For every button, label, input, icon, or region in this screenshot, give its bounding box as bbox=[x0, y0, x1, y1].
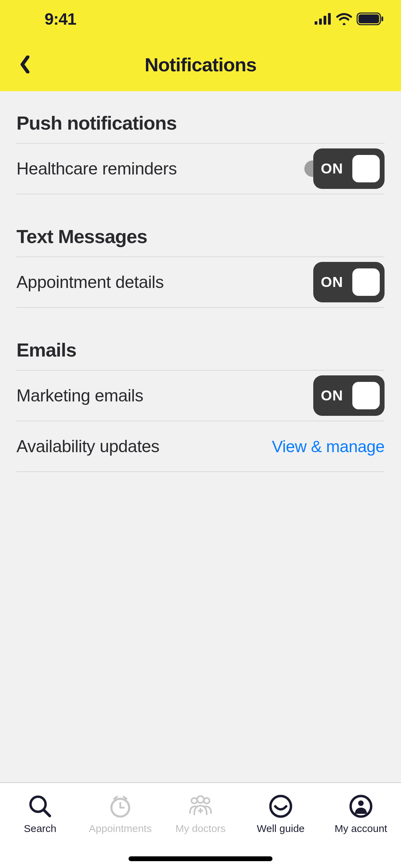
svg-line-12 bbox=[114, 797, 117, 799]
section-title-emails: Emails bbox=[16, 339, 385, 371]
toggle-healthcare-reminders[interactable]: ON bbox=[313, 148, 385, 189]
row-label-healthcare: Healthcare reminders bbox=[16, 159, 177, 179]
tab-label-well-guide: Well guide bbox=[257, 823, 305, 834]
chevron-left-icon bbox=[20, 56, 30, 73]
row-label-appointment: Appointment details bbox=[16, 272, 164, 292]
toggle-wrap-healthcare: ON bbox=[313, 148, 385, 189]
row-healthcare-reminders: Healthcare reminders ON bbox=[16, 144, 385, 194]
clock-icon bbox=[107, 793, 134, 820]
account-icon bbox=[347, 793, 375, 820]
link-view-manage[interactable]: View & manage bbox=[272, 437, 385, 456]
tab-label-search: Search bbox=[24, 823, 56, 834]
toggle-knob bbox=[352, 382, 380, 409]
svg-line-13 bbox=[124, 797, 126, 799]
toggle-state-label: ON bbox=[321, 274, 343, 290]
section-push-notifications: Push notifications Healthcare reminders … bbox=[16, 112, 385, 194]
row-label-availability: Availability updates bbox=[16, 436, 159, 456]
section-text-messages: Text Messages Appointment details ON bbox=[16, 225, 385, 308]
row-label-marketing: Marketing emails bbox=[16, 386, 143, 406]
status-time: 9:41 bbox=[45, 10, 76, 28]
toggle-knob bbox=[352, 155, 380, 182]
tab-bar: Search Appointments bbox=[0, 782, 401, 868]
svg-point-21 bbox=[358, 800, 364, 806]
tab-label-my-account: My account bbox=[335, 823, 387, 834]
wifi-icon bbox=[336, 13, 352, 25]
svg-point-14 bbox=[192, 798, 197, 803]
row-marketing-emails: Marketing emails ON bbox=[16, 371, 385, 421]
svg-point-15 bbox=[204, 798, 209, 803]
tab-label-my-doctors: My doctors bbox=[175, 823, 226, 834]
home-indicator[interactable] bbox=[129, 856, 272, 861]
toggle-wrap-appointment: ON bbox=[313, 262, 385, 302]
battery-icon bbox=[356, 12, 384, 25]
smile-icon bbox=[267, 793, 294, 820]
section-title-push: Push notifications bbox=[16, 112, 385, 144]
section-title-text: Text Messages bbox=[16, 225, 385, 257]
content: Push notifications Healthcare reminders … bbox=[0, 112, 401, 472]
svg-rect-2 bbox=[324, 16, 326, 25]
row-appointment-details: Appointment details ON bbox=[16, 257, 385, 308]
svg-rect-1 bbox=[319, 19, 322, 25]
doctors-icon bbox=[187, 793, 214, 820]
nav-bar: Notifications bbox=[0, 38, 401, 91]
svg-rect-5 bbox=[359, 14, 379, 23]
svg-rect-6 bbox=[381, 16, 383, 21]
row-availability-updates: Availability updates View & manage bbox=[16, 421, 385, 472]
toggle-state-label: ON bbox=[321, 160, 343, 177]
svg-rect-3 bbox=[328, 13, 331, 25]
tab-my-account[interactable]: My account bbox=[321, 793, 401, 868]
svg-point-16 bbox=[197, 796, 204, 803]
toggle-wrap-marketing: ON bbox=[313, 375, 385, 416]
page-title: Notifications bbox=[0, 53, 401, 76]
svg-line-8 bbox=[44, 810, 50, 816]
section-emails: Emails Marketing emails ON Availability … bbox=[16, 339, 385, 472]
status-bar: 9:41 bbox=[0, 0, 401, 38]
tab-label-appointments: Appointments bbox=[89, 823, 151, 834]
toggle-marketing-emails[interactable]: ON bbox=[313, 375, 385, 416]
status-icons bbox=[315, 12, 384, 25]
svg-point-19 bbox=[270, 796, 291, 817]
search-icon bbox=[26, 793, 54, 820]
back-button[interactable] bbox=[14, 54, 35, 75]
tab-search[interactable]: Search bbox=[0, 793, 80, 868]
svg-rect-0 bbox=[315, 21, 317, 25]
toggle-appointment-details[interactable]: ON bbox=[313, 262, 385, 302]
toggle-state-label: ON bbox=[321, 387, 343, 404]
toggle-knob bbox=[352, 268, 380, 296]
cellular-signal-icon bbox=[315, 13, 332, 25]
